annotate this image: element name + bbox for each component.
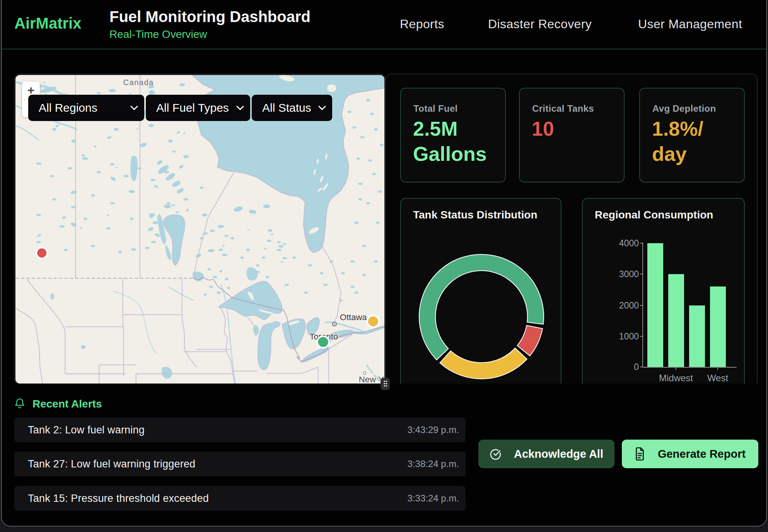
svg-text:Canada: Canada (123, 78, 154, 87)
svg-text:0: 0 (634, 362, 639, 372)
svg-text:West: West (707, 373, 729, 383)
svg-text:1000: 1000 (619, 331, 639, 341)
svg-text:Midwest: Midwest (659, 373, 693, 383)
svg-text:3000: 3000 (619, 269, 639, 279)
svg-text:4000: 4000 (619, 238, 639, 248)
svg-text:2000: 2000 (619, 300, 639, 310)
svg-text:Ottawa: Ottawa (340, 312, 367, 322)
